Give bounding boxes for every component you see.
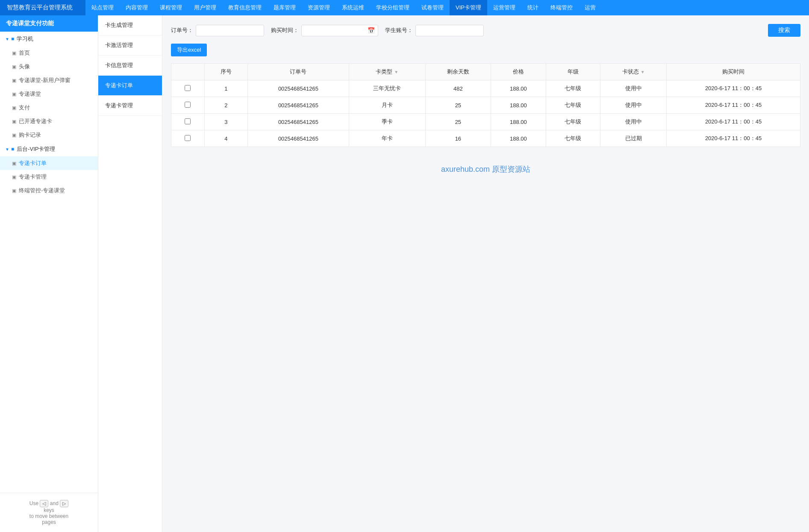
date-label: 购买时间： [271,26,299,34]
cell-price: 188.00 [491,114,546,130]
sub-nav-item-专递卡管理[interactable]: 专递卡管理 [98,96,162,116]
row-checkbox[interactable] [185,118,191,124]
cell-index: 1 [204,80,247,97]
table-row: 20025468541265月卡25188.00七年级使用中2020-6-17 … [171,97,800,114]
date-search-field: 购买时间： 📅 [271,25,378,36]
col-header-card_type[interactable]: 卡类型▼ [349,64,425,80]
col-label: 卡状态 [622,68,639,76]
col-header-card_status[interactable]: 卡状态▼ [600,64,667,80]
group-square-icon: ■ [11,146,14,152]
cell-card_type: 季卡 [349,114,425,130]
cell-order_no: 0025468541265 [248,114,349,130]
sidebar-item-支付[interactable]: ▣支付 [0,101,98,115]
sidebar-content: ▼■学习机▣首页▣头像▣专递课堂-新用户弹窗▣专递课堂▣支付▣已开通专递卡▣购卡… [0,32,98,197]
sidebar-item-购卡记录[interactable]: ▣购卡记录 [0,128,98,142]
item-square-icon: ▣ [12,78,16,83]
cell-card_type: 年卡 [349,130,425,147]
cell-grade: 七年级 [546,97,600,114]
search-button[interactable]: 搜索 [768,24,800,37]
cell-index: 2 [204,97,247,114]
sidebar-item-专递卡订单[interactable]: ▣专递卡订单 [0,156,98,170]
sidebar-group-学习机[interactable]: ▼■学习机 [0,32,98,46]
item-square-icon: ▣ [12,188,16,194]
sidebar-item-label: 终端管控-专递课堂 [19,187,65,194]
sub-navigation: 卡生成管理卡激活管理卡信息管理专递卡订单专递卡管理 [98,15,162,532]
row-checkbox[interactable] [185,102,191,108]
row-checkbox-cell [171,114,205,130]
app-title: 智慧教育云平台管理系统 [0,0,85,15]
group-label: 后台-VIP卡管理 [17,145,55,153]
top-nav-item-资源管理[interactable]: 资源管理 [302,0,336,15]
sidebar-item-已开通专递卡[interactable]: ▣已开通专递卡 [0,115,98,128]
sidebar-item-专递卡管理[interactable]: ▣专递卡管理 [0,170,98,184]
top-nav-item-课程管理[interactable]: 课程管理 [154,0,188,15]
item-square-icon: ▣ [12,64,16,70]
sub-nav-item-专递卡订单[interactable]: 专递卡订单 [98,76,162,96]
cell-remaining_days: 16 [425,130,491,147]
table-row: 10025468541265三年无忧卡482188.00七年级使用中2020-6… [171,80,800,97]
col-header-remaining_days: 剩余天数 [425,64,491,80]
top-nav-item-终端管控[interactable]: 终端管控 [544,0,579,15]
row-checkbox-cell [171,97,205,114]
cell-card_type: 月卡 [349,97,425,114]
nav-items: 站点管理内容管理课程管理用户管理教育信息管理题库管理资源管理系统运维学校分组管理… [85,0,602,15]
top-nav-item-用户管理[interactable]: 用户管理 [188,0,222,15]
row-checkbox-cell [171,80,205,97]
cell-card_status: 使用中 [600,97,667,114]
top-nav-item-题库管理[interactable]: 题库管理 [268,0,302,15]
sub-nav-item-卡激活管理[interactable]: 卡激活管理 [98,35,162,56]
cell-purchase_time: 2020-6-17 11：00：45 [667,114,800,130]
cell-order_no: 0025468541265 [248,130,349,147]
col-header-index: 序号 [204,64,247,80]
top-nav-item-运营管理[interactable]: 运营管理 [487,0,521,15]
search-bar: 订单号： 购买时间： 📅 学生账号： 搜索 [171,24,800,37]
cell-remaining_days: 25 [425,97,491,114]
cell-price: 188.00 [491,130,546,147]
right-key-hint: ▷ [60,500,68,507]
order-search-field: 订单号： [171,25,264,36]
sidebar-item-头像[interactable]: ▣头像 [0,60,98,73]
group-label: 学习机 [17,35,33,43]
top-nav-item-VIP卡管理[interactable]: VIP卡管理 [450,0,487,15]
sidebar-item-label: 首页 [19,49,30,57]
row-checkbox[interactable] [185,85,191,91]
col-header-order_no: 订单号 [248,64,349,80]
cell-purchase_time: 2020-6-17 11：00：45 [667,97,800,114]
group-arrow-icon: ▼ [5,147,9,152]
sub-nav-item-卡生成管理[interactable]: 卡生成管理 [98,15,162,35]
sidebar-item-label: 头像 [19,63,30,71]
col-header-price: 价格 [491,64,546,80]
table-row: 40025468541265年卡16188.00七年级已过期2020-6-17 … [171,130,800,147]
top-navigation: 智慧教育云平台管理系统 站点管理内容管理课程管理用户管理教育信息管理题库管理资源… [0,0,809,15]
sidebar-item-label: 专递卡订单 [19,159,47,167]
top-nav-item-站点管理[interactable]: 站点管理 [85,0,120,15]
sidebar-group-后台-VIP卡管理[interactable]: ▼■后台-VIP卡管理 [0,142,98,156]
order-input[interactable] [196,25,264,36]
account-input[interactable] [415,25,484,36]
top-nav-item-内容管理[interactable]: 内容管理 [120,0,154,15]
top-nav-item-运营[interactable]: 运营 [579,0,602,15]
main-layout: 专递课堂支付功能 ▼■学习机▣首页▣头像▣专递课堂-新用户弹窗▣专递课堂▣支付▣… [0,15,809,532]
item-square-icon: ▣ [12,132,16,138]
col-header-purchase_time: 购买时间 [667,64,800,80]
cell-grade: 七年级 [546,114,600,130]
top-nav-item-教育信息管理[interactable]: 教育信息管理 [222,0,268,15]
top-nav-item-统计[interactable]: 统计 [521,0,544,15]
sidebar-item-终端管控-专递课堂[interactable]: ▣终端管控-专递课堂 [0,184,98,197]
top-nav-item-学校分组管理[interactable]: 学校分组管理 [370,0,415,15]
cell-card_status: 已过期 [600,130,667,147]
sidebar-item-专递课堂[interactable]: ▣专递课堂 [0,87,98,101]
top-nav-item-试卷管理[interactable]: 试卷管理 [415,0,450,15]
sidebar-item-专递课堂-新用户弹窗[interactable]: ▣专递课堂-新用户弹窗 [0,73,98,87]
cell-card_status: 使用中 [600,114,667,130]
cell-order_no: 0025468541265 [248,80,349,97]
cell-price: 188.00 [491,97,546,114]
sub-nav-item-卡信息管理[interactable]: 卡信息管理 [98,56,162,76]
date-input[interactable] [301,25,378,36]
top-nav-item-系统运维[interactable]: 系统运维 [336,0,370,15]
row-checkbox[interactable] [185,135,191,141]
sidebar-footer: Use ◁ and ▷ keys to move between pages [0,493,98,532]
sidebar-item-首页[interactable]: ▣首页 [0,46,98,60]
export-excel-button[interactable]: 导出excel [171,44,207,56]
group-arrow-icon: ▼ [5,37,9,41]
